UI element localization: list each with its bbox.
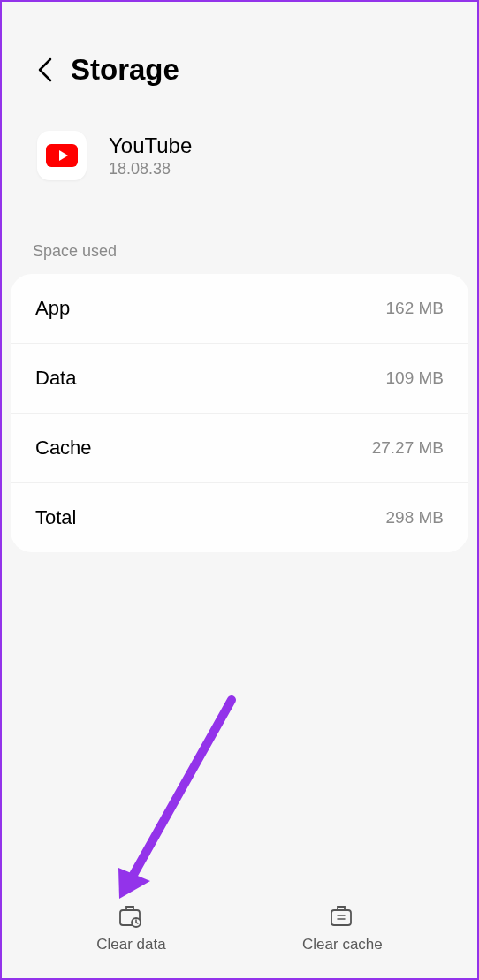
app-details: YouTube 18.08.38 (109, 133, 192, 179)
storage-row-data: Data 109 MB (11, 344, 468, 414)
clear-data-icon (118, 902, 144, 929)
storage-row-total: Total 298 MB (11, 483, 468, 552)
clear-data-button[interactable]: Clear data (70, 893, 192, 962)
row-value: 298 MB (386, 508, 444, 528)
clear-data-label: Clear data (96, 936, 165, 953)
row-value: 109 MB (386, 368, 444, 388)
clear-cache-label: Clear cache (302, 936, 383, 953)
header: Storage (2, 2, 477, 104)
storage-row-cache: Cache 27.27 MB (11, 414, 468, 483)
chevron-left-icon (37, 57, 53, 83)
clear-cache-icon (329, 902, 355, 929)
app-icon (37, 131, 87, 180)
row-value: 162 MB (386, 299, 444, 318)
app-version: 18.08.38 (109, 160, 192, 179)
svg-line-0 (130, 700, 232, 881)
app-info: YouTube 18.08.38 (2, 104, 477, 224)
row-label: Cache (35, 437, 92, 460)
youtube-icon (46, 144, 78, 167)
app-name: YouTube (109, 133, 192, 158)
storage-list: App 162 MB Data 109 MB Cache 27.27 MB To… (11, 274, 468, 552)
page-title: Storage (71, 53, 179, 87)
storage-row-app: App 162 MB (11, 274, 468, 344)
svg-rect-4 (331, 910, 351, 925)
row-label: Data (35, 367, 76, 390)
annotation-arrow (108, 695, 249, 908)
clear-cache-button[interactable]: Clear cache (276, 893, 409, 962)
row-value: 27.27 MB (372, 438, 444, 458)
row-label: App (35, 297, 70, 320)
bottom-actions: Clear data Clear cache (2, 893, 477, 962)
back-button[interactable] (37, 57, 53, 83)
section-label: Space used (2, 224, 477, 274)
row-label: Total (35, 506, 76, 529)
